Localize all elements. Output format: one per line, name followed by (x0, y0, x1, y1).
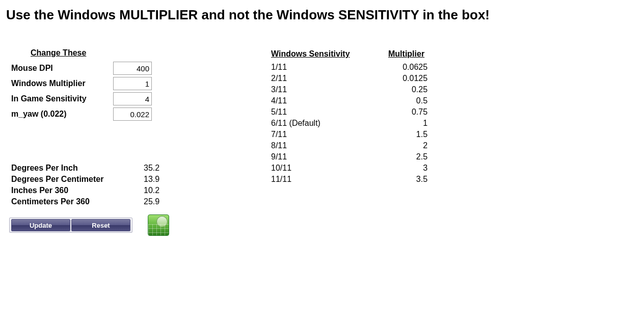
sens-cell: 3/11 (271, 84, 378, 95)
left-column: Change These Mouse DPI Windows Multiplie… (6, 48, 271, 236)
mult-cell: 0.5 (378, 95, 430, 106)
result-row-centimeters-per-360: Centimeters Per 360 25.9 (9, 196, 182, 207)
sens-cell: 9/11 (271, 151, 378, 163)
table-row: 9/112.5 (271, 151, 430, 163)
table-row: 7/111.5 (271, 129, 430, 140)
page-title: Use the Windows MULTIPLIER and not the W… (6, 7, 638, 23)
sens-cell: 5/11 (271, 106, 378, 118)
mult-cell: 3.5 (378, 174, 430, 185)
input-row-mouse-dpi: Mouse DPI (9, 61, 154, 76)
header-windows-sensitivity: Windows Sensitivity (271, 48, 378, 62)
label-degrees-per-inch: Degrees Per Inch (9, 163, 142, 174)
input-in-game-sensitivity[interactable] (113, 92, 152, 105)
input-windows-multiplier[interactable] (113, 77, 152, 90)
sens-cell: 8/11 (271, 140, 378, 151)
mult-cell: 2.5 (378, 151, 430, 163)
value-inches-per-360: 10.2 (142, 185, 182, 196)
table-row: 4/110.5 (271, 95, 430, 106)
button-row: Update Reset (9, 214, 271, 236)
table-row: 10/113 (271, 163, 430, 174)
input-row-in-game-sensitivity: In Game Sensitivity (9, 91, 154, 106)
table-row: 2/110.0125 (271, 73, 430, 84)
label-in-game-sensitivity: In Game Sensitivity (9, 91, 111, 106)
input-row-windows-multiplier: Windows Multiplier (9, 76, 154, 91)
value-degrees-per-inch: 35.2 (142, 163, 182, 174)
table-row: 8/112 (271, 140, 430, 151)
table-row: 3/110.25 (271, 84, 430, 95)
update-button[interactable]: Update (11, 219, 70, 231)
header-multiplier: Multiplier (378, 48, 430, 62)
sens-cell: 6/11 (Default) (271, 118, 378, 129)
value-degrees-per-centimeter: 13.9 (142, 174, 182, 185)
mult-cell: 1.5 (378, 129, 430, 140)
reset-button[interactable]: Reset (71, 219, 130, 231)
sens-cell: 7/11 (271, 129, 378, 140)
result-row-inches-per-360: Inches Per 360 10.2 (9, 185, 182, 196)
table-row: 5/110.75 (271, 106, 430, 118)
label-inches-per-360: Inches Per 360 (9, 185, 142, 196)
sens-cell: 2/11 (271, 73, 378, 84)
input-m-yaw[interactable] (113, 107, 152, 121)
button-bar: Update Reset (9, 218, 132, 233)
inputs-heading: Change These (9, 48, 271, 58)
mult-cell: 1 (378, 118, 430, 129)
right-column: Windows Sensitivity Multiplier 1/110.062… (271, 48, 430, 185)
mult-cell: 3 (378, 163, 430, 174)
sens-cell: 11/11 (271, 174, 378, 185)
table-row: 1/110.0625 (271, 62, 430, 73)
sensitivity-table: Windows Sensitivity Multiplier 1/110.062… (271, 48, 430, 185)
input-row-m-yaw: m_yaw (0.022) (9, 106, 154, 122)
inputs-table: Mouse DPI Windows Multiplier In Game Sen… (9, 61, 154, 122)
value-centimeters-per-360: 25.9 (142, 196, 182, 207)
mult-cell: 2 (378, 140, 430, 151)
result-row-degrees-per-centimeter: Degrees Per Centimeter 13.9 (9, 174, 182, 185)
result-row-degrees-per-inch: Degrees Per Inch 35.2 (9, 163, 182, 174)
table-row: 6/11 (Default)1 (271, 118, 430, 129)
label-mouse-dpi: Mouse DPI (9, 61, 111, 76)
globe-icon (148, 214, 169, 236)
sens-cell: 4/11 (271, 95, 378, 106)
sens-cell: 1/11 (271, 62, 378, 73)
label-m-yaw: m_yaw (0.022) (9, 106, 111, 122)
mult-cell: 0.0125 (378, 73, 430, 84)
sens-cell: 10/11 (271, 163, 378, 174)
input-mouse-dpi[interactable] (113, 62, 152, 75)
mult-cell: 0.0625 (378, 62, 430, 73)
table-row: 11/113.5 (271, 174, 430, 185)
mult-cell: 0.75 (378, 106, 430, 118)
results-table: Degrees Per Inch 35.2 Degrees Per Centim… (9, 163, 182, 207)
label-degrees-per-centimeter: Degrees Per Centimeter (9, 174, 142, 185)
label-windows-multiplier: Windows Multiplier (9, 76, 111, 91)
mult-cell: 0.25 (378, 84, 430, 95)
label-centimeters-per-360: Centimeters Per 360 (9, 196, 142, 207)
